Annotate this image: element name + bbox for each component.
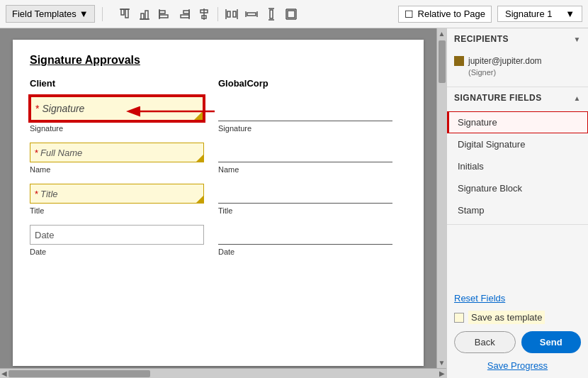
client-name-group: * Full Name Name	[30, 143, 204, 174]
resize-icon[interactable]	[242, 5, 261, 23]
document-title: Signature Approvals	[30, 54, 407, 67]
field-templates-chevron-icon: ▼	[79, 9, 89, 19]
scroll-down-arrow[interactable]: ▼	[439, 359, 446, 367]
client-date-field[interactable]: Date	[30, 225, 204, 245]
scroll-up-arrow[interactable]: ▲	[439, 30, 446, 38]
sig-field-item-signature[interactable]: Signature	[447, 111, 588, 133]
field-templates-label: Field Templates	[12, 9, 77, 19]
recipients-chevron-icon[interactable]: ▼	[574, 35, 581, 43]
recipients-header-label: RECIPIENTS	[454, 34, 509, 44]
resize-v-icon[interactable]	[262, 5, 281, 23]
client-date-group: Date Date	[30, 225, 204, 256]
sig-field-item-stamp-label: Stamp	[458, 205, 485, 216]
sig-field-item-label: Signature	[458, 117, 497, 128]
name-field-corner	[196, 155, 203, 162]
recipient-role: (Signer)	[468, 67, 542, 78]
client-signature-label: Signature	[30, 124, 204, 133]
toolbar-left: Field Templates ▼	[6, 5, 95, 23]
align-bottom-icon[interactable]	[135, 5, 154, 23]
globalcorp-sig-group: Signature	[218, 96, 392, 133]
relative-to-page-control[interactable]: ☐ Relative to Page	[398, 6, 492, 23]
signature-fields-section: Signature Fields ▲ Signature Digital Sig…	[447, 87, 588, 225]
svg-rect-9	[183, 11, 189, 13]
client-signature-field[interactable]: * Signature	[30, 96, 204, 121]
save-template-row: Save as template	[454, 311, 581, 324]
client-name-field[interactable]: * Full Name	[30, 143, 204, 162]
resize-both-icon[interactable]	[282, 5, 300, 23]
save-template-checkbox[interactable]	[454, 313, 464, 323]
sig-field-item-initials-label: Initials	[458, 161, 484, 172]
send-button[interactable]: Send	[521, 331, 582, 353]
signature-select-label: Signature 1	[505, 9, 562, 19]
globalcorp-date-label: Date	[218, 248, 392, 256]
svg-rect-0	[121, 9, 124, 15]
client-header: Client	[30, 78, 204, 89]
svg-rect-19	[247, 13, 256, 16]
sig-field-item-initials[interactable]: Initials	[447, 155, 588, 177]
toolbar: Field Templates ▼	[0, 0, 588, 28]
title-field-corner	[196, 196, 203, 203]
horizontal-scrollbar[interactable]: ◀ ▶	[0, 368, 446, 378]
scroll-right-arrow[interactable]: ▶	[439, 369, 445, 377]
signature-fields-chevron-icon[interactable]: ▲	[574, 94, 581, 102]
client-title-field[interactable]: * Title	[30, 184, 204, 204]
client-signature-group: * Signature Signature	[30, 96, 204, 133]
svg-rect-22	[270, 10, 273, 18]
scrollbar-thumb-vertical[interactable]	[439, 40, 446, 83]
align-center-h-icon[interactable]	[195, 5, 213, 23]
recipient-info: jupiter@jupiter.dom (Signer)	[468, 55, 542, 78]
globalcorp-title-label: Title	[218, 206, 392, 215]
scroll-left-arrow[interactable]: ◀	[1, 369, 7, 377]
recipients-header: RECIPIENTS ▼	[447, 28, 588, 50]
globalcorp-sig-label: Signature	[218, 124, 392, 133]
signature-fields-header: Signature Fields ▲	[447, 87, 588, 109]
page-icon: ☐	[405, 9, 414, 20]
document-area: Signature Approvals Client * Signature	[0, 28, 446, 378]
globalcorp-date-line	[218, 225, 392, 245]
align-right-icon[interactable]	[175, 5, 193, 23]
document-page: Signature Approvals Client * Signature	[13, 40, 424, 366]
signature-select-chevron-icon: ▼	[565, 9, 575, 19]
signature-fields-header-label: Signature Fields	[454, 93, 542, 103]
document-columns: Client * Signature Signature	[30, 78, 407, 266]
svg-rect-6	[159, 11, 165, 13]
reset-fields-link[interactable]: Reset Fields	[454, 293, 581, 304]
action-buttons-row: Back Send	[454, 331, 581, 353]
save-template-label: Save as template	[468, 311, 545, 324]
align-left-icon[interactable]	[155, 5, 174, 23]
client-column: Client * Signature Signature	[30, 78, 218, 266]
back-button[interactable]: Back	[454, 331, 516, 353]
vertical-scrollbar[interactable]: ▲ ▼	[436, 28, 446, 368]
sig-field-item-digital[interactable]: Digital Signature	[447, 133, 588, 155]
toolbar-separator-2	[217, 7, 218, 21]
recipients-list: jupiter@jupiter.dom (Signer)	[447, 50, 588, 87]
sig-field-item-stamp[interactable]: Stamp	[447, 199, 588, 221]
field-corner	[194, 111, 203, 120]
client-title-label: Title	[30, 206, 204, 215]
panel-bottom: Reset Fields Save as template Back Send …	[447, 286, 588, 378]
main-layout: Signature Approvals Client * Signature	[0, 28, 588, 378]
title-field-text: Title	[40, 189, 57, 199]
client-date-label: Date	[30, 248, 204, 256]
signature-fields-list: Signature Digital Signature Initials Sig…	[447, 109, 588, 224]
sig-field-item-block[interactable]: Signature Block	[447, 177, 588, 199]
toolbar-right: ☐ Relative to Page Signature 1 ▼	[398, 6, 582, 23]
globalcorp-column: GlobalCorp Signature Name	[218, 78, 407, 266]
right-panel: RECIPIENTS ▼ jupiter@jupiter.dom (Signer…	[446, 28, 588, 378]
recipient-item: jupiter@jupiter.dom (Signer)	[454, 55, 581, 78]
recipient-color-badge	[454, 56, 464, 66]
signature-field-text: Signature	[42, 103, 84, 114]
scrollbar-thumb-horizontal[interactable]	[9, 370, 150, 377]
signature-selector[interactable]: Signature 1 ▼	[497, 6, 582, 22]
distribute-h-icon[interactable]	[222, 5, 241, 23]
date-field-text: Date	[35, 230, 54, 240]
field-templates-button[interactable]: Field Templates ▼	[6, 5, 95, 23]
globalcorp-title-line	[218, 184, 392, 204]
recipient-email: jupiter@jupiter.dom	[468, 55, 542, 67]
svg-rect-3	[141, 13, 144, 19]
align-top-icon[interactable]	[115, 5, 134, 23]
document-scroll-area[interactable]: Signature Approvals Client * Signature	[0, 28, 436, 368]
toolbar-icon-group	[115, 5, 300, 23]
save-progress-link[interactable]: Save Progress	[454, 360, 581, 371]
recipients-section: RECIPIENTS ▼ jupiter@jupiter.dom (Signer…	[447, 28, 588, 87]
